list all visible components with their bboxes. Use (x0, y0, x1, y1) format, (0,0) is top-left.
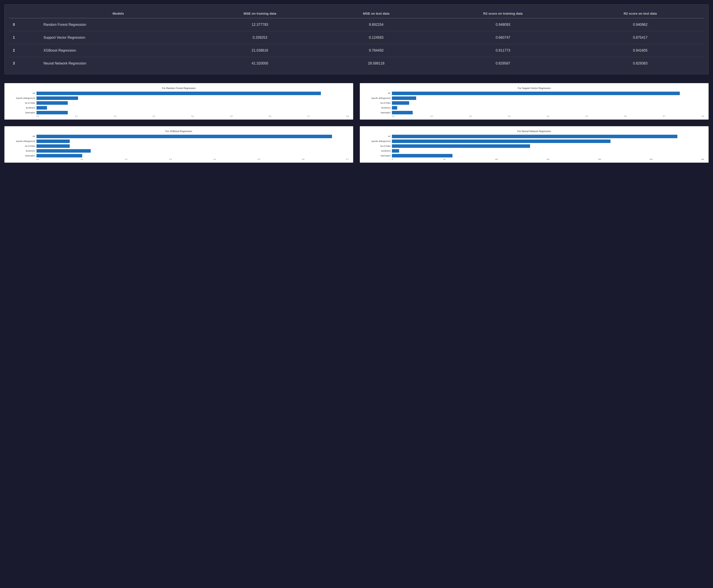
bar-label-3-3: Burden(m) (364, 150, 391, 152)
bar-fill-2-3 (37, 149, 91, 153)
x-axis-0: 0.00.10.20.30.40.50.60.70.8 (9, 115, 349, 117)
bar-fill-0-3 (37, 106, 47, 109)
bar-track-1-1 (392, 97, 704, 100)
bar-track-0-1 (37, 97, 349, 100)
x-axis-3: 050100150200250300 (364, 158, 704, 160)
bar-label-1-0: PF (364, 92, 391, 94)
row-mse-test: 9.784450 (323, 44, 430, 57)
x-tick-0-6: 0.6 (269, 115, 307, 117)
row-model: Neural Network Regression (40, 57, 197, 70)
bar-row-2-4: Spacing(m) (9, 154, 349, 158)
chart-box-0: For Random Forest RegressionPFSpecific d… (4, 83, 353, 120)
bar-label-1-4: Spacing(m) (364, 111, 391, 114)
x-tick-2-4: 0.4 (214, 158, 258, 160)
table-row: 2 XGBoost Regression 21.038616 9.784450 … (9, 44, 704, 57)
bar-row-0-4: Spacing(m) (9, 111, 349, 114)
bar-track-1-2 (392, 101, 704, 105)
bar-label-3-1: Specific drilling(m/m3) (364, 140, 391, 142)
x-tick-3-2: 100 (495, 158, 547, 160)
bar-fill-0-2 (37, 101, 68, 105)
bar-label-0-1: Specific drilling(m/m3) (9, 97, 35, 99)
row-mse-test: 28.588118 (323, 57, 430, 70)
bar-row-0-1: Specific drilling(m/m3) (9, 97, 349, 100)
bar-track-2-1 (37, 140, 349, 143)
bar-fill-1-4 (392, 111, 413, 114)
bar-fill-3-0 (392, 135, 677, 138)
bar-row-2-2: No.of Holes (9, 144, 349, 148)
bar-row-1-2: No.of Holes (364, 101, 704, 105)
bar-fill-3-1 (392, 140, 610, 143)
chart-title-2: For XGBoost Regression (9, 130, 349, 132)
table-row: 3 Neural Network Regression 41.320000 28… (9, 57, 704, 70)
bar-label-1-1: Specific drilling(m/m3) (364, 97, 391, 99)
x-tick-1-1: 0.1 (431, 115, 469, 117)
x-tick-1-2: 0.2 (469, 115, 508, 117)
chart-title-3: For Neural Network Regression (364, 130, 704, 132)
x-axis-1: 0.00.10.20.30.40.50.60.70.8 (364, 115, 704, 117)
bar-track-3-2 (392, 144, 704, 148)
bar-row-2-1: Specific drilling(m/m3) (9, 140, 349, 143)
bar-label-1-3: Burden(m) (364, 107, 391, 109)
x-tick-1-8: 0.8 (701, 115, 704, 117)
bar-fill-2-1 (37, 140, 70, 143)
chart-area-0: PFSpecific drilling(m/m3)No.of HolesBurd… (9, 92, 349, 114)
bar-fill-0-1 (37, 97, 78, 100)
row-index: 3 (9, 57, 40, 70)
row-mse-train: 12.377783 (197, 18, 323, 31)
x-tick-0-1: 0.1 (75, 115, 114, 117)
row-r2-test: 0.875417 (576, 31, 704, 44)
bar-label-2-2: No.of Holes (9, 145, 35, 147)
row-model: Support Vector Regression (40, 31, 197, 44)
x-tick-2-5: 0.5 (258, 158, 302, 160)
x-tick-3-6: 300 (701, 158, 704, 160)
bar-label-0-2: No.of Holes (9, 102, 35, 104)
x-tick-3-1: 50 (444, 158, 495, 160)
x-tick-1-5: 0.5 (586, 115, 624, 117)
bar-label-2-1: Specific drilling(m/m3) (9, 140, 35, 142)
col-header-mse-train: MSE on training data (197, 9, 323, 18)
chart-area-2: PFSpecific drilling(m/m3)No.of HolesBurd… (9, 135, 349, 158)
bar-row-1-1: Specific drilling(m/m3) (364, 97, 704, 100)
bar-fill-1-1 (392, 97, 416, 100)
bar-track-3-1 (392, 140, 704, 143)
row-r2-train: 0.911773 (430, 44, 576, 57)
x-tick-2-2: 0.2 (125, 158, 169, 160)
chart-box-1: For Support Vector RegressionPFSpecific … (360, 83, 709, 120)
bar-row-1-0: PF (364, 92, 704, 95)
x-tick-0-0: 0.0 (37, 115, 75, 117)
col-header-models: Models (40, 9, 197, 18)
bar-row-1-4: Spacing(m) (364, 111, 704, 114)
x-tick-1-0: 0.0 (392, 115, 431, 117)
results-table: Models MSE on training data MSE on test … (9, 9, 704, 70)
chart-box-2: For XGBoost RegressionPFSpecific drillin… (4, 126, 353, 163)
x-tick-2-6: 0.6 (302, 158, 346, 160)
bar-label-3-2: No.of Holes (364, 145, 391, 147)
chart-box-3: For Neural Network RegressionPFSpecific … (360, 126, 709, 163)
bar-label-0-4: Spacing(m) (9, 111, 35, 114)
table-row: 0 Random Forest Regression 12.377783 9.8… (9, 18, 704, 31)
col-header-r2-test: R2 score on test data (576, 9, 704, 18)
results-table-container: Models MSE on training data MSE on test … (4, 4, 709, 75)
bar-row-3-4: Spacing(m) (364, 154, 704, 158)
col-header-index (9, 9, 40, 18)
chart-area-1: PFSpecific drilling(m/m3)No.of HolesBurd… (364, 92, 704, 114)
table-row: 1 Support Vector Regression 0.339253 0.1… (9, 31, 704, 44)
chart-title-1: For Support Vector Regression (364, 87, 704, 89)
row-mse-test: 9.892254 (323, 18, 430, 31)
chart-area-3: PFSpecific drilling(m/m3)No.of HolesBurd… (364, 135, 704, 158)
x-tick-0-2: 0.2 (114, 115, 153, 117)
bar-track-1-0 (392, 92, 704, 95)
bar-fill-0-4 (37, 111, 68, 114)
row-model: XGBoost Regression (40, 44, 197, 57)
x-tick-0-8: 0.8 (346, 115, 349, 117)
row-index: 0 (9, 18, 40, 31)
chart-title-0: For Random Forest Regression (9, 87, 349, 89)
bar-track-1-4 (392, 111, 704, 114)
row-r2-train: 0.660747 (430, 31, 576, 44)
bar-row-0-3: Burden(m) (9, 106, 349, 109)
row-r2-train: 0.829587 (430, 57, 576, 70)
bar-label-2-0: PF (9, 135, 35, 138)
bar-label-2-4: Spacing(m) (9, 154, 35, 157)
row-mse-train: 21.038616 (197, 44, 323, 57)
x-tick-1-3: 0.3 (508, 115, 547, 117)
